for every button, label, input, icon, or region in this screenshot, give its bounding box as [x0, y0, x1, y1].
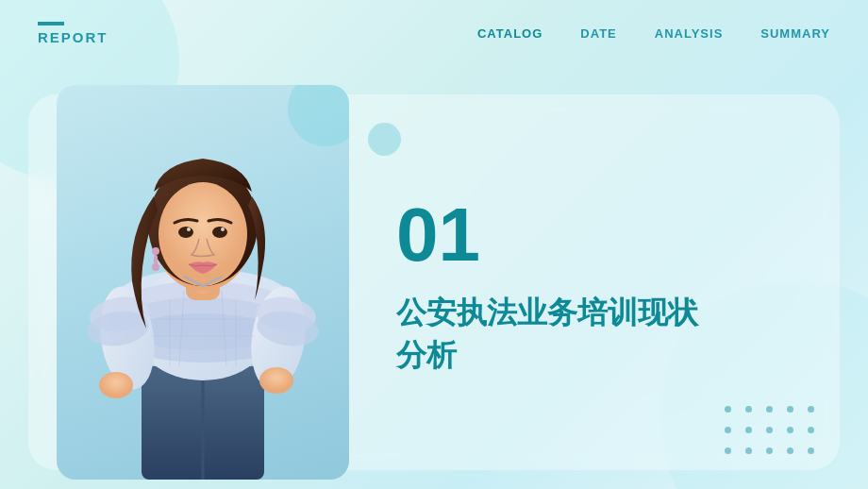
person-svg	[71, 111, 335, 480]
content-right: 01 公安执法业务培训现状 分析	[396, 104, 811, 470]
nav-item-analysis[interactable]: ANALYSIS	[655, 26, 724, 41]
nav-item-date[interactable]: DATE	[580, 26, 616, 41]
nav-item-catalog[interactable]: CATALOG	[477, 26, 542, 41]
main-content: RESUME	[0, 66, 868, 489]
svg-point-25	[221, 228, 225, 231]
svg-point-19	[152, 247, 159, 255]
svg-point-21	[152, 263, 159, 271]
section-title: 公安执法业务培训现状 分析	[396, 292, 811, 377]
nav-links: CATALOG DATE ANALYSIS SUMMARY	[477, 26, 830, 41]
header: REPORT CATALOG DATE ANALYSIS SUMMARY	[0, 0, 868, 66]
person-figure-wrap	[57, 85, 349, 480]
photo-container	[57, 85, 349, 480]
svg-point-23	[212, 227, 227, 238]
title-line2: 分析	[396, 338, 457, 372]
title-line1: 公安执法业务培训现状	[396, 295, 698, 329]
brand: REPORT	[38, 22, 108, 45]
svg-point-24	[187, 228, 191, 231]
brand-label: REPORT	[38, 29, 108, 45]
nav-item-summary[interactable]: SUMMARY	[760, 26, 830, 41]
brand-bar	[38, 22, 64, 25]
svg-point-22	[178, 227, 193, 238]
svg-point-13	[99, 372, 133, 398]
section-number: 01	[396, 197, 811, 273]
svg-point-14	[259, 367, 293, 394]
